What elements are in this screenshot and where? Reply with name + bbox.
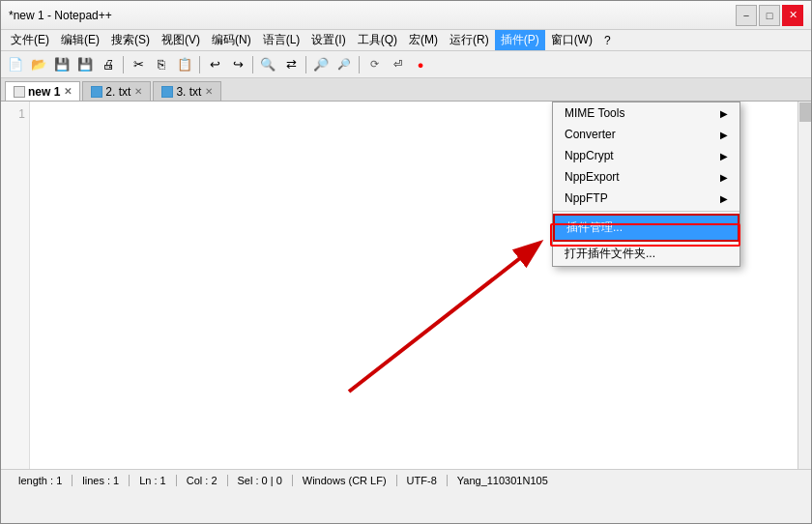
nppexport-label: NppExport: [565, 170, 620, 184]
status-bar: length : 1 lines : 1 Ln : 1 Col : 2 Sel …: [1, 469, 811, 490]
mime-tools-label: MIME Tools: [565, 106, 624, 120]
save-button[interactable]: [51, 54, 72, 75]
status-extra: Yang_110301N105: [448, 475, 558, 486]
status-windows: Windows (CR LF): [293, 475, 397, 486]
tab-icon-3txt: [161, 86, 173, 98]
zoom-out-button[interactable]: 🔎: [334, 54, 355, 75]
dropdown-mime-tools[interactable]: MIME Tools ▶: [553, 102, 740, 124]
dropdown-sep: [553, 211, 740, 212]
toolbar-sep-5: [359, 56, 360, 73]
dropdown-nppexport[interactable]: NppExport ▶: [553, 166, 740, 188]
tab-label-3txt: 3. txt: [176, 85, 201, 99]
line-number-1: 1: [1, 105, 25, 123]
nppcrypt-label: NppCrypt: [565, 149, 614, 162]
replace-button[interactable]: ⇄: [280, 54, 302, 75]
editor-container: 1 MIME Tools ▶ Converter ▶ NppCrypt ▶: [1, 102, 811, 469]
dropdown-nppftp[interactable]: NppFTP ▶: [553, 188, 740, 209]
main-window: *new 1 - Notepad++ − □ ✕ 文件(E) 编辑(E) 搜索(…: [0, 0, 812, 524]
menu-language[interactable]: 语言(L): [257, 30, 306, 50]
menu-run[interactable]: 运行(R): [444, 30, 495, 50]
nppftp-label: NppFTP: [565, 191, 608, 205]
nppcrypt-arrow: ▶: [720, 151, 728, 161]
open-folder-label: 打开插件文件夹...: [565, 246, 655, 262]
menu-edit[interactable]: 编辑(E): [55, 30, 105, 50]
wrap-button[interactable]: ⏎: [387, 54, 408, 75]
nppexport-arrow: ▶: [720, 172, 728, 183]
tab-close-new1[interactable]: ✕: [64, 86, 72, 97]
menu-plugins[interactable]: 插件(P): [495, 30, 545, 50]
dropdown-open-folder[interactable]: 打开插件文件夹...: [553, 242, 740, 266]
minimize-button[interactable]: −: [736, 5, 757, 26]
converter-label: Converter: [565, 128, 616, 141]
close-button[interactable]: ✕: [782, 5, 803, 26]
cut-button[interactable]: ✂: [128, 54, 149, 75]
macro-rec-button[interactable]: ●: [410, 54, 431, 75]
menu-macro[interactable]: 宏(M): [403, 30, 444, 50]
converter-arrow: ▶: [720, 130, 728, 140]
undo-button[interactable]: ↩: [204, 54, 225, 75]
status-encoding: UTF-8: [397, 475, 448, 486]
menu-file[interactable]: 文件(E): [5, 30, 55, 50]
menu-window[interactable]: 窗口(W): [545, 30, 598, 50]
status-length: length : 1: [9, 475, 72, 486]
dropdown-nppcrypt[interactable]: NppCrypt ▶: [553, 145, 740, 166]
tab-bar: new 1 ✕ 2. txt ✕ 3. txt ✕: [1, 78, 811, 102]
dropdown-converter[interactable]: Converter ▶: [553, 124, 740, 145]
plugin-manager-label: 插件管理...: [566, 219, 623, 236]
menu-settings[interactable]: 设置(I): [305, 30, 351, 50]
tab-icon-2txt: [91, 86, 102, 98]
open-button[interactable]: [28, 54, 49, 75]
toolbar: 💾 ✂ ⎘ 📋 ↩ ↪ 🔍 ⇄ 🔎 🔎 ⟳ ⏎ ●: [1, 51, 811, 78]
menu-encode[interactable]: 编码(N): [206, 30, 257, 50]
plugins-dropdown: MIME Tools ▶ Converter ▶ NppCrypt ▶ NppE…: [552, 102, 740, 267]
toolbar-sep-4: [305, 56, 306, 73]
window-title: *new 1 - Notepad++: [9, 9, 112, 22]
vertical-scrollbar[interactable]: [798, 102, 811, 469]
title-bar: *new 1 - Notepad++ − □ ✕: [1, 1, 811, 30]
print-button[interactable]: [98, 54, 119, 75]
menu-bar: 文件(E) 编辑(E) 搜索(S) 视图(V) 编码(N) 语言(L) 设置(I…: [1, 30, 811, 51]
tab-label-2txt: 2. txt: [105, 85, 130, 99]
line-numbers: 1: [1, 102, 30, 469]
toolbar-sep-1: [123, 56, 124, 73]
scrollbar-thumb[interactable]: [799, 102, 811, 122]
tab-icon-new1: [14, 86, 25, 98]
toolbar-sep-3: [252, 56, 253, 73]
menu-help[interactable]: ?: [598, 32, 617, 49]
tab-label-new1: new 1: [28, 85, 60, 99]
zoom-in-button[interactable]: 🔎: [310, 54, 332, 75]
redo-button[interactable]: ↪: [227, 54, 248, 75]
maximize-button[interactable]: □: [759, 5, 780, 26]
tab-close-2txt[interactable]: ✕: [134, 86, 142, 97]
status-lines: lines : 1: [72, 475, 130, 486]
toolbar-sep-2: [199, 56, 200, 73]
status-ln: Ln : 1: [130, 475, 177, 486]
tab-3txt[interactable]: 3. txt ✕: [153, 81, 221, 101]
tab-new1[interactable]: new 1 ✕: [5, 81, 80, 101]
status-sel: Sel : 0 | 0: [228, 475, 293, 486]
copy-button[interactable]: ⎘: [151, 54, 172, 75]
tab-2txt[interactable]: 2. txt ✕: [82, 81, 151, 101]
menu-tools[interactable]: 工具(Q): [352, 30, 403, 50]
menu-view[interactable]: 视图(V): [156, 30, 206, 50]
dropdown-plugin-manager[interactable]: 插件管理...: [553, 214, 740, 242]
save-all-button[interactable]: 💾: [74, 54, 96, 75]
new-button[interactable]: [5, 54, 26, 75]
sync-button[interactable]: ⟳: [363, 54, 385, 75]
mime-tools-arrow: ▶: [720, 108, 728, 119]
paste-button[interactable]: 📋: [174, 54, 195, 75]
status-col: Col : 2: [177, 475, 228, 486]
window-controls: − □ ✕: [736, 5, 803, 26]
nppftp-arrow: ▶: [720, 193, 728, 204]
menu-search[interactable]: 搜索(S): [105, 30, 156, 50]
find-button[interactable]: 🔍: [257, 54, 278, 75]
tab-close-3txt[interactable]: ✕: [205, 86, 213, 97]
